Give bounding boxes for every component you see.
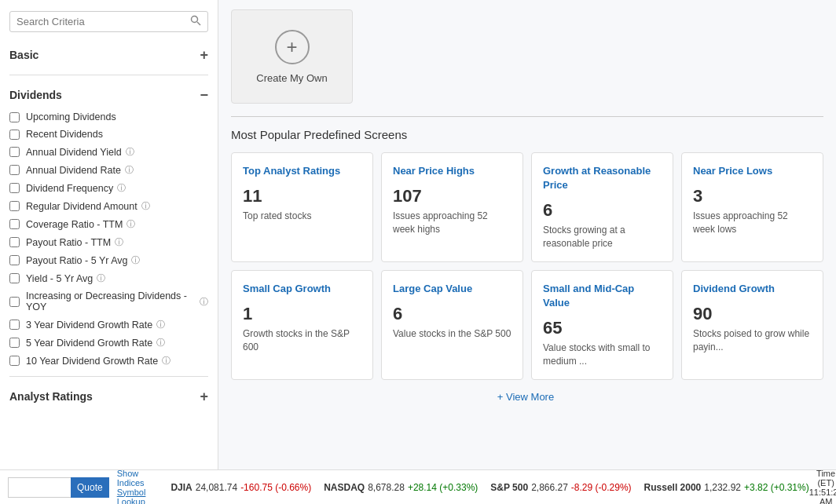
screen-card-large-cap-value[interactable]: Large Cap Value 6 Value stocks in the S&… [381,270,523,380]
screen-card-title-near-price-highs: Near Price Highs [393,164,512,178]
screen-card-desc-dividend-growth: Stocks poised to grow while payin... [693,327,812,354]
ticker-value-russell: 1,232.92 [704,482,741,493]
info-icon-increasing-dividends[interactable]: ⓘ [200,296,208,308]
screen-card-count-small-mid-cap: 65 [543,318,662,338]
info-icon-payout-ratio-ttm[interactable]: ⓘ [115,236,123,248]
label-5yr-dividend-growth: 5 Year Dividend Growth Rate [26,338,152,349]
ticker-change-djia: -160.75 (-0.66%) [240,482,311,493]
ticker-change-sp500: -8.29 (-0.29%) [571,482,632,493]
sidebar-section-dividends-toggle: − [200,88,208,102]
most-popular-title: Most Popular Predefined Screens [231,128,823,141]
info-icon-dividend-frequency[interactable]: ⓘ [117,182,126,194]
sidebar-item-annual-dividend-yield[interactable]: Annual Dividend Yield ⓘ [0,143,218,161]
checkbox-payout-ratio-ttm[interactable] [9,237,20,247]
search-input[interactable] [16,16,190,27]
info-icon-yield-5yr[interactable]: ⓘ [97,272,105,284]
label-10yr-dividend-growth: 10 Year Dividend Growth Rate [26,356,158,367]
info-icon-coverage-ratio-ttm[interactable]: ⓘ [126,218,135,230]
label-annual-dividend-rate: Annual Dividend Rate [26,165,121,176]
sidebar-item-coverage-ratio-ttm[interactable]: Coverage Ratio - TTM ⓘ [0,215,218,233]
ticker-nasdaq: NASDAQ 8,678.28 +28.14 (+0.33%) [324,482,478,493]
section-divider [231,116,823,117]
ticker-change-nasdaq: +28.14 (+0.33%) [408,482,478,493]
screen-card-count-large-cap-value: 6 [393,304,512,324]
label-increasing-dividends: Increasing or Decreasing Dividends - YOY [26,290,196,312]
sidebar-item-upcoming-dividends[interactable]: Upcoming Dividends [0,108,218,126]
sidebar-section-analyst-ratings[interactable]: Analyst Ratings + [0,383,218,410]
sidebar-item-payout-ratio-ttm[interactable]: Payout Ratio - TTM ⓘ [0,233,218,251]
screens-grid: Top Analyst Ratings 11 Top rated stocks … [231,152,823,380]
screen-card-dividend-growth[interactable]: Dividend Growth 90 Stocks poised to grow… [681,270,823,380]
sidebar-item-recent-dividends[interactable]: Recent Dividends [0,126,218,143]
quote-box: Quote [8,477,109,498]
label-recent-dividends: Recent Dividends [26,129,103,140]
ticker-djia: DJIA 24,081.74 -160.75 (-0.66%) [170,482,311,493]
create-own-card[interactable]: + Create My Own [231,9,353,104]
screen-card-growth-reasonable[interactable]: Growth at Reasonable Price 6 Stocks grow… [531,152,673,262]
screen-card-title-top-analyst: Top Analyst Ratings [243,164,361,178]
checkbox-upcoming-dividends[interactable] [9,112,20,122]
checkbox-annual-dividend-rate[interactable] [9,165,20,175]
sidebar-item-increasing-dividends[interactable]: Increasing or Decreasing Dividends - YOY… [0,287,218,316]
checkbox-yield-5yr[interactable] [9,273,20,283]
main-panel: + Create My Own Most Popular Predefined … [218,0,836,469]
sidebar: Basic + Dividends − Upcoming Dividends R… [0,0,218,469]
screen-card-near-price-highs[interactable]: Near Price Highs 107 Issues approaching … [381,152,523,262]
view-more-label: + View More [497,391,554,403]
sidebar-item-10yr-dividend-growth[interactable]: 10 Year Dividend Growth Rate ⓘ [0,352,218,370]
checkbox-3yr-dividend-growth[interactable] [9,320,20,330]
sidebar-item-5yr-dividend-growth[interactable]: 5 Year Dividend Growth Rate ⓘ [0,334,218,352]
time-value: 11:51:26 AM [809,488,836,505]
screen-card-small-mid-cap[interactable]: Small and Mid-Cap Value 65 Value stocks … [531,270,673,380]
symbol-lookup-link[interactable]: Symbol Lookup [117,488,146,505]
ticker-name-sp500: S&P 500 [490,482,528,493]
info-icon-payout-ratio-5yr[interactable]: ⓘ [131,254,140,266]
quote-button[interactable]: Quote [71,477,109,498]
search-icon [190,15,201,28]
screen-card-count-small-cap-growth: 1 [243,304,361,324]
label-payout-ratio-ttm: Payout Ratio - TTM [26,237,111,248]
footer-bar: Quote Show Indices Symbol Lookup DJIA 24… [0,469,836,504]
info-icon-5yr-dividend-growth[interactable]: ⓘ [156,337,165,349]
screen-card-small-cap-growth[interactable]: Small Cap Growth 1 Growth stocks in the … [231,270,373,380]
view-more-link[interactable]: + View More [231,391,823,403]
info-icon-regular-dividend-amount[interactable]: ⓘ [141,200,150,212]
checkbox-increasing-dividends[interactable] [9,297,20,307]
checkbox-5yr-dividend-growth[interactable] [9,338,20,348]
divider-basic [9,75,208,75]
checkbox-annual-dividend-yield[interactable] [9,147,20,157]
sidebar-item-payout-ratio-5yr[interactable]: Payout Ratio - 5 Yr Avg ⓘ [0,251,218,269]
sidebar-item-3yr-dividend-growth[interactable]: 3 Year Dividend Growth Rate ⓘ [0,316,218,334]
info-icon-10yr-dividend-growth[interactable]: ⓘ [162,355,170,367]
sidebar-section-basic-toggle: + [200,48,208,62]
checkbox-recent-dividends[interactable] [9,130,20,140]
sidebar-section-dividends-label: Dividends [9,89,62,101]
checkbox-dividend-frequency[interactable] [9,183,20,193]
footer-time: Time (ET) 11:51:26 AM [809,469,836,505]
info-icon-3yr-dividend-growth[interactable]: ⓘ [156,319,165,331]
sidebar-section-analyst-ratings-toggle: + [200,389,208,404]
sidebar-section-dividends[interactable]: Dividends − [0,82,218,108]
sidebar-item-dividend-frequency[interactable]: Dividend Frequency ⓘ [0,179,218,197]
screen-card-count-near-price-highs: 107 [393,186,512,206]
ticker-russell: Russell 2000 1,232.92 +3.82 (+0.31%) [644,482,809,493]
screen-card-desc-small-cap-growth: Growth stocks in the S&P 600 [243,327,361,354]
label-3yr-dividend-growth: 3 Year Dividend Growth Rate [26,320,152,331]
screen-card-near-price-lows[interactable]: Near Price Lows 3 Issues approaching 52 … [681,152,823,262]
ticker-value-nasdaq: 8,678.28 [368,482,405,493]
quote-input[interactable] [8,477,71,498]
screen-card-top-analyst[interactable]: Top Analyst Ratings 11 Top rated stocks [231,152,373,262]
sidebar-section-basic[interactable]: Basic + [0,42,218,68]
sidebar-item-annual-dividend-rate[interactable]: Annual Dividend Rate ⓘ [0,161,218,179]
info-icon-annual-dividend-rate[interactable]: ⓘ [125,164,134,176]
ticker-change-russell: +3.82 (+0.31%) [744,482,809,493]
show-indices-link[interactable]: Show Indices [117,469,146,488]
checkbox-10yr-dividend-growth[interactable] [9,356,20,366]
sidebar-item-regular-dividend-amount[interactable]: Regular Dividend Amount ⓘ [0,197,218,215]
label-regular-dividend-amount: Regular Dividend Amount [26,201,138,212]
checkbox-coverage-ratio-ttm[interactable] [9,219,20,229]
sidebar-item-yield-5yr[interactable]: Yield - 5 Yr Avg ⓘ [0,269,218,287]
checkbox-regular-dividend-amount[interactable] [9,201,20,211]
info-icon-annual-dividend-yield[interactable]: ⓘ [126,146,134,158]
checkbox-payout-ratio-5yr[interactable] [9,255,20,265]
